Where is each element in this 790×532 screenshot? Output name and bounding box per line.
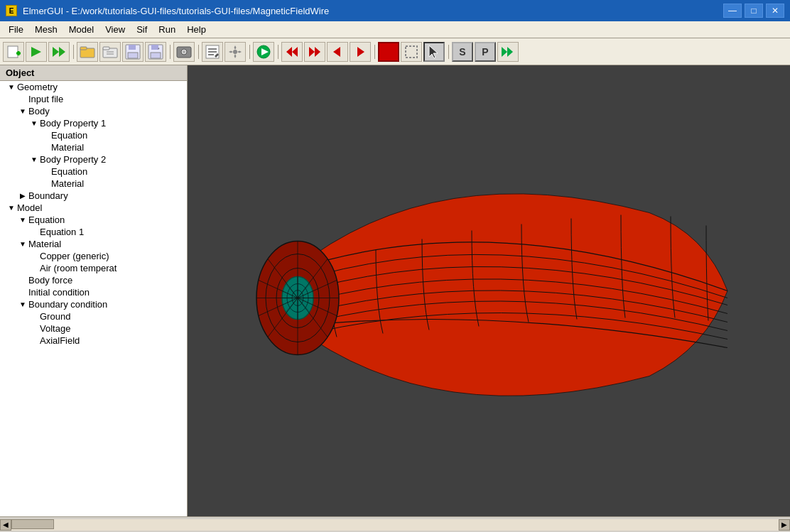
scroll-thumb[interactable] <box>11 519 54 529</box>
tree-item-boundary[interactable]: ▶ Boundary <box>0 190 187 202</box>
label-voltage: Voltage <box>40 323 70 334</box>
svg-point-21 <box>183 50 185 53</box>
tree-item-boundary-cond[interactable]: ▼ Boundary condition <box>0 298 187 310</box>
svg-rect-35 <box>383 46 394 58</box>
window-controls[interactable]: — □ ✕ <box>723 4 784 18</box>
tree-item-initial-cond[interactable]: Initial condition <box>0 286 187 298</box>
toggle-boundary[interactable]: ▶ <box>17 192 28 200</box>
label-input-file: Input file <box>28 94 63 104</box>
open-folder-button[interactable] <box>77 42 98 62</box>
svg-text:*: * <box>158 47 160 52</box>
toggle-body-prop-2[interactable]: ▼ <box>28 156 40 163</box>
tree-item-geometry[interactable]: ▼ Geometry <box>0 81 187 93</box>
label-axial-field: AxialField <box>40 335 80 346</box>
label-body-prop-2: Body Property 2 <box>40 154 106 165</box>
menu-run[interactable]: Run <box>153 23 181 36</box>
label-material-root: Material <box>28 239 61 249</box>
tree-item-body-prop-1[interactable]: ▼ Body Property 1 <box>0 117 187 129</box>
menu-sif[interactable]: Sif <box>131 23 153 36</box>
save-button[interactable] <box>122 42 144 62</box>
scroll-left-button[interactable]: ◀ <box>0 519 11 531</box>
tree-item-material-root[interactable]: ▼ Material <box>0 238 187 250</box>
toolbar: * S P <box>0 38 790 65</box>
toggle-input-file <box>17 95 28 103</box>
tree-item-equation-1a[interactable]: Equation <box>0 129 187 141</box>
nav-left2-button[interactable] <box>281 42 303 62</box>
new-button[interactable] <box>3 42 24 62</box>
tree-item-body-force[interactable]: Body force <box>0 274 187 286</box>
toggle-body-force <box>17 276 28 284</box>
svg-rect-9 <box>103 47 109 50</box>
tree-item-model[interactable]: ▼ Model <box>0 202 187 214</box>
svg-marker-37 <box>429 45 438 58</box>
tree-item-axial-field[interactable]: AxialField <box>0 335 187 347</box>
nav-right1-button[interactable] <box>350 42 371 62</box>
select-rect-button[interactable] <box>401 42 422 62</box>
tree-item-equation-root[interactable]: ▼ Equation <box>0 214 187 226</box>
close-button[interactable]: ✕ <box>766 4 784 18</box>
snapshot-button[interactable] <box>173 42 195 62</box>
tree-item-body[interactable]: ▼ Body <box>0 105 187 117</box>
toggle-body-prop-1[interactable]: ▼ <box>28 119 40 127</box>
label-material-2a: Material <box>51 178 84 189</box>
svg-marker-39 <box>507 47 513 57</box>
cursor-button[interactable] <box>423 42 445 62</box>
toggle-body[interactable]: ▼ <box>17 107 28 115</box>
btn-p-button[interactable]: P <box>475 42 496 62</box>
forward-button[interactable] <box>48 42 70 62</box>
saveas-button[interactable]: * <box>145 42 166 62</box>
svg-marker-3 <box>31 47 41 57</box>
tree-item-material-2a[interactable]: Material <box>0 178 187 190</box>
menu-help[interactable]: Help <box>181 23 212 36</box>
nav-right2-button[interactable] <box>304 42 325 62</box>
sep1 <box>71 42 75 62</box>
btn-s-button[interactable]: S <box>452 42 473 62</box>
edit-button[interactable] <box>202 42 223 62</box>
svg-marker-33 <box>333 47 340 57</box>
ff-button[interactable] <box>497 42 519 62</box>
svg-marker-30 <box>292 47 298 57</box>
svg-rect-13 <box>129 45 136 50</box>
open-folder2-button[interactable] <box>99 42 121 62</box>
toggle-voltage <box>28 325 40 332</box>
toggle-ground <box>28 313 40 320</box>
tree-item-equation-1[interactable]: Equation 1 <box>0 226 187 238</box>
tree-item-air[interactable]: Air (room temperat <box>0 262 187 274</box>
label-material-1a: Material <box>51 142 84 153</box>
svg-rect-17 <box>151 53 161 58</box>
horizontal-scrollbar: ◀ ▶ <box>0 516 790 532</box>
label-body-prop-1: Body Property 1 <box>40 118 106 129</box>
svg-marker-32 <box>315 47 320 57</box>
toggle-mat-root[interactable]: ▼ <box>17 240 28 248</box>
run-button[interactable] <box>253 42 274 62</box>
toggle-air <box>28 264 40 272</box>
scroll-right-button[interactable]: ▶ <box>779 519 790 531</box>
viewport[interactable] <box>188 65 790 516</box>
toggle-model[interactable]: ▼ <box>6 204 17 212</box>
svg-point-26 <box>233 50 237 54</box>
tree-item-material-1a[interactable]: Material <box>0 141 187 153</box>
tree-item-equation-2a[interactable]: Equation <box>0 165 187 178</box>
menu-mesh[interactable]: Mesh <box>29 23 63 36</box>
menu-model[interactable]: Model <box>63 23 99 36</box>
maximize-button[interactable]: □ <box>745 4 763 18</box>
stop-button[interactable] <box>378 42 399 62</box>
minimize-button[interactable]: — <box>723 4 742 18</box>
nav-left1-button[interactable] <box>327 42 348 62</box>
label-geometry: Geometry <box>17 82 58 92</box>
tree-item-copper[interactable]: Copper (generic) <box>0 250 187 262</box>
toggle-eq-root[interactable]: ▼ <box>17 216 28 224</box>
label-equation-1a: Equation <box>51 130 87 141</box>
toggle-geometry[interactable]: ▼ <box>6 83 17 91</box>
toggle-boundary-cond[interactable]: ▼ <box>17 300 28 308</box>
tree-item-ground[interactable]: Ground <box>0 310 187 322</box>
tree-item-input-file[interactable]: Input file <box>0 93 187 105</box>
tree-item-voltage[interactable]: Voltage <box>0 322 187 335</box>
scroll-track[interactable] <box>11 519 779 531</box>
settings-button[interactable] <box>224 42 246 62</box>
menu-view[interactable]: View <box>99 23 131 36</box>
tree-item-body-prop-2[interactable]: ▼ Body Property 2 <box>0 153 187 165</box>
toggle-eq1 <box>28 228 40 236</box>
menu-file[interactable]: File <box>3 23 29 36</box>
open-arrow-button[interactable] <box>26 42 47 62</box>
